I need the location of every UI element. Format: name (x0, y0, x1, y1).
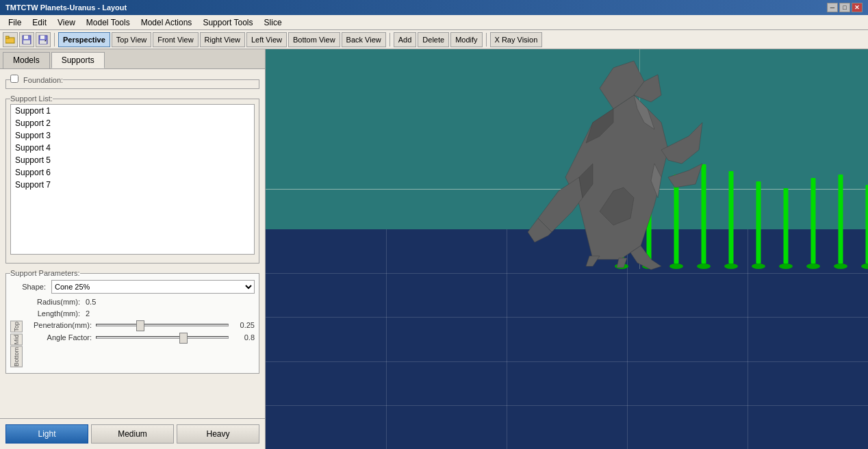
perspective-button[interactable]: Perspective (58, 32, 110, 47)
toolbar: * Perspective Top View Front View Right … (0, 30, 868, 49)
grid-h-3 (266, 361, 868, 362)
support-post (839, 175, 843, 264)
toolbar-sep-2 (390, 33, 390, 47)
radius-value: 0.5 (86, 298, 96, 306)
bottom-buttons: Light Medium Heavy (0, 418, 265, 449)
menu-support-tools[interactable]: Support Tools (197, 16, 258, 29)
support-params-section: Support Parameters: Shape: Cone 25%Cone … (5, 269, 259, 374)
back-view-button[interactable]: Back View (342, 32, 386, 47)
support-post (756, 181, 761, 264)
list-item[interactable]: Support 5 (11, 154, 254, 166)
support-params-legend: Support Parameters: (10, 269, 80, 277)
menu-edit[interactable]: Edit (27, 16, 52, 29)
bottom-label: Bottom (10, 346, 23, 368)
left-view-button[interactable]: Left View (246, 32, 287, 47)
delete-button[interactable]: Delete (418, 32, 449, 47)
support-post (784, 188, 789, 264)
penetration-row: Penetration(mm): 0.25 (24, 321, 255, 329)
support-list-section: Support List: Support 1Support 2Support … (5, 94, 259, 264)
support-post (811, 178, 816, 264)
grid-h-4 (266, 405, 868, 406)
grid-v-4 (748, 229, 748, 449)
length-value: 2 (86, 309, 90, 318)
list-item[interactable]: Support 3 (11, 129, 254, 142)
svg-marker-14 (661, 123, 702, 164)
foundation-checkbox[interactable] (10, 75, 18, 83)
svg-marker-12 (538, 177, 583, 232)
angle-thumb[interactable] (179, 333, 188, 344)
support-base (752, 264, 765, 269)
svg-marker-16 (630, 246, 661, 270)
list-item[interactable]: Support 6 (11, 166, 254, 179)
support-list-legend: Support List: (10, 94, 53, 103)
list-item[interactable]: Support 2 (11, 117, 254, 129)
bottom-view-button[interactable]: Bottom View (288, 32, 340, 47)
menu-bar: File Edit View Model Tools Model Actions… (0, 15, 868, 30)
title-bar-controls: ─ □ ✕ (827, 3, 863, 12)
support-base (724, 264, 738, 269)
radius-row: Radius(mm): 0.5 (10, 298, 255, 306)
penetration-label: Penetration(mm): (24, 321, 96, 329)
angle-value: 0.8 (233, 333, 255, 342)
sliders-container: Top Mid Bottom Penetration(mm): 0.25 (10, 321, 255, 368)
tab-models[interactable]: Models (3, 52, 50, 68)
menu-file[interactable]: File (3, 16, 27, 29)
list-item[interactable]: Support 4 (11, 142, 254, 154)
penetration-thumb[interactable] (136, 320, 144, 331)
save-as-button[interactable]: * (36, 32, 51, 47)
svg-rect-4 (23, 40, 30, 44)
toolbar-sep-3 (486, 33, 487, 47)
close-button[interactable]: ✕ (852, 3, 863, 12)
top-label: Top (10, 321, 23, 333)
grid-h-2 (266, 317, 868, 318)
radius-label: Radius(mm): (10, 298, 86, 306)
grid-v-2 (507, 229, 507, 449)
support-list-box[interactable]: Support 1Support 2Support 3Support 4Supp… (10, 104, 255, 255)
modify-button[interactable]: Modify (450, 32, 482, 47)
toolbar-sep-1 (54, 33, 55, 47)
length-label: Length(mm): (10, 309, 86, 318)
shape-select[interactable]: Cone 25%Cone 50%CylinderFlat (51, 280, 255, 294)
front-view-button[interactable]: Front View (153, 32, 198, 47)
menu-view[interactable]: View (52, 16, 81, 29)
angle-label: Angle Factor: (24, 333, 96, 342)
save-button-icon[interactable] (19, 32, 34, 47)
title-bar: TMTCTW Planets-Uranus - Layout ─ □ ✕ (0, 0, 868, 15)
medium-button[interactable]: Medium (91, 424, 174, 444)
maximize-button[interactable]: □ (839, 3, 850, 12)
svg-marker-17 (586, 256, 600, 266)
tab-supports[interactable]: Supports (51, 52, 105, 68)
light-button[interactable]: Light (5, 424, 88, 444)
top-view-button[interactable]: Top View (112, 32, 151, 47)
penetration-track[interactable] (96, 324, 229, 326)
support-base (779, 264, 793, 269)
svg-rect-1 (5, 36, 9, 38)
shape-label: Shape: (10, 283, 51, 291)
menu-model-actions[interactable]: Model Actions (136, 16, 198, 29)
list-item[interactable]: Support 1 (11, 105, 254, 117)
heavy-button[interactable]: Heavy (177, 424, 259, 444)
add-button[interactable]: Add (394, 32, 417, 47)
grid-v-1 (386, 229, 387, 449)
support-post (729, 171, 734, 264)
list-item[interactable]: Support 7 (11, 179, 254, 191)
angle-track[interactable] (96, 336, 229, 339)
sliders-right: Penetration(mm): 0.25 Angle Factor: (24, 321, 255, 368)
menu-slice[interactable]: Slice (259, 16, 288, 29)
svg-text:*: * (44, 39, 47, 44)
foundation-section: Foundation: (5, 75, 259, 89)
support-base (806, 264, 820, 269)
xray-vision-button[interactable]: X Ray Vision (490, 32, 543, 47)
open-folder-button[interactable] (3, 32, 18, 47)
length-row: Length(mm): 2 (10, 309, 255, 318)
grid-h-1 (266, 273, 868, 274)
window-title: TMTCTW Planets-Uranus - Layout (5, 3, 127, 12)
foundation-label: Foundation: (10, 76, 63, 84)
right-view-button[interactable]: Right View (200, 32, 245, 47)
minimize-button[interactable]: ─ (827, 3, 838, 12)
svg-rect-3 (24, 36, 28, 39)
angle-row: Angle Factor: 0.8 (24, 333, 255, 342)
menu-model-tools[interactable]: Model Tools (81, 16, 136, 29)
vertical-labels: Top Mid Bottom (10, 321, 23, 368)
viewport[interactable] (266, 49, 868, 449)
